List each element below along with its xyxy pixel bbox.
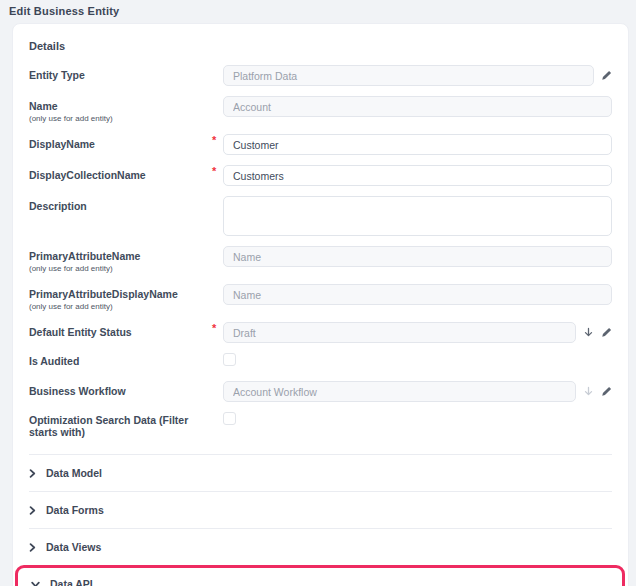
details-section-title: Details — [29, 40, 612, 52]
business-workflow-input — [223, 381, 576, 402]
default-entity-status-label: Default Entity Status — [29, 326, 211, 338]
arrow-down-icon — [583, 386, 594, 397]
section-data-model[interactable]: Data Model — [29, 454, 612, 491]
form-row-business-workflow: Business Workflow — [29, 381, 612, 402]
data-api-highlight-box: Data API Postman REST API Methods — [15, 565, 625, 586]
is-audited-checkbox[interactable] — [223, 353, 236, 366]
default-entity-status-input — [223, 322, 576, 343]
primary-attribute-name-note: (only use for add entity) — [29, 264, 211, 274]
form-row-name: Name (only use for add entity) — [29, 96, 612, 124]
business-workflow-label: Business Workflow — [29, 385, 211, 397]
chevron-down-icon — [31, 581, 40, 586]
primary-attribute-display-name-input — [223, 284, 612, 305]
entity-type-input — [223, 65, 594, 86]
form-row-primary-attribute-name: PrimaryAttributeName (only use for add e… — [29, 246, 612, 274]
form-row-optimization-search: Optimization Search Data (Filter starts … — [29, 412, 612, 438]
primary-attribute-name-label: PrimaryAttributeName — [29, 250, 211, 262]
name-note: (only use for add entity) — [29, 114, 211, 124]
section-label: Data Model — [46, 467, 102, 479]
name-label: Name — [29, 100, 211, 112]
chevron-right-icon — [29, 543, 36, 552]
description-label: Description — [29, 200, 211, 212]
arrow-down-icon[interactable] — [583, 327, 594, 338]
primary-attribute-display-name-label: PrimaryAttributeDisplayName — [29, 288, 211, 300]
section-label: Data Views — [46, 541, 101, 553]
section-data-api[interactable]: Data API — [31, 574, 610, 586]
form-row-description: Description — [29, 196, 612, 236]
edit-pencil-icon[interactable] — [601, 327, 612, 338]
display-name-label: DisplayName — [29, 138, 211, 150]
entity-type-label: Entity Type — [29, 69, 211, 81]
chevron-right-icon — [29, 506, 36, 515]
description-textarea[interactable] — [223, 196, 612, 236]
name-input — [223, 96, 612, 117]
required-asterisk: * — [212, 165, 216, 177]
optimization-search-label: Optimization Search Data (Filter starts … — [29, 414, 211, 438]
edit-entity-panel: Details Entity Type Name (only use for a… — [12, 23, 629, 586]
form-row-default-entity-status: Default Entity Status * — [29, 322, 612, 343]
form-row-display-name: DisplayName * — [29, 134, 612, 155]
edit-pencil-icon[interactable] — [601, 70, 612, 81]
form-row-display-collection-name: DisplayCollectionName * — [29, 165, 612, 186]
primary-attribute-display-name-note: (only use for add entity) — [29, 302, 211, 312]
chevron-right-icon — [29, 469, 36, 478]
section-label: Data API — [50, 578, 93, 586]
primary-attribute-name-input — [223, 246, 612, 267]
is-audited-label: Is Audited — [29, 355, 211, 367]
page-title: Edit Business Entity — [0, 0, 636, 20]
display-collection-name-label: DisplayCollectionName — [29, 169, 211, 181]
form-row-is-audited: Is Audited — [29, 353, 612, 367]
edit-pencil-icon[interactable] — [601, 386, 612, 397]
section-label: Data Forms — [46, 504, 104, 516]
section-data-forms[interactable]: Data Forms — [29, 491, 612, 528]
display-name-input[interactable] — [223, 134, 612, 155]
section-data-views[interactable]: Data Views — [29, 528, 612, 565]
required-asterisk: * — [212, 322, 216, 334]
form-row-entity-type: Entity Type — [29, 65, 612, 86]
form-row-primary-attribute-display-name: PrimaryAttributeDisplayName (only use fo… — [29, 284, 612, 312]
display-collection-name-input[interactable] — [223, 165, 612, 186]
optimization-search-checkbox[interactable] — [223, 412, 236, 425]
required-asterisk: * — [212, 134, 216, 146]
